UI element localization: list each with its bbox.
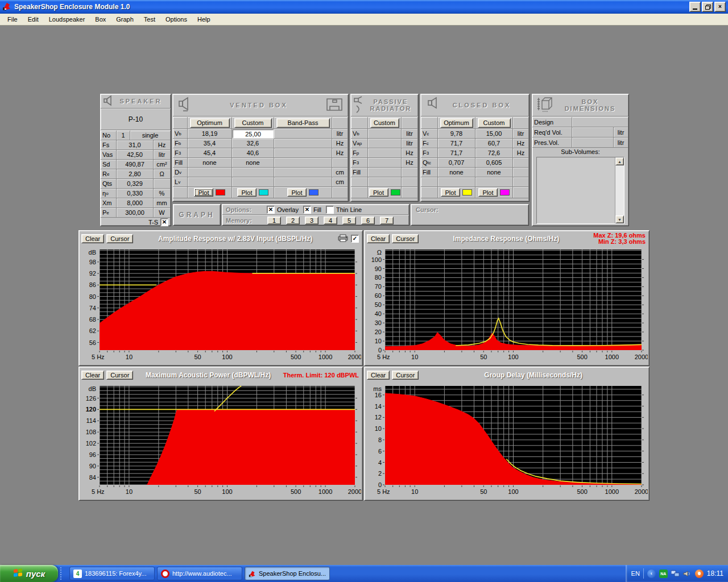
dimension-label: Design — [532, 117, 572, 127]
print-checkbox[interactable]: ✓ — [351, 235, 359, 243]
menu-item-box[interactable]: Box — [90, 14, 111, 24]
speaker-model[interactable]: P-10 — [101, 109, 171, 131]
dimension-value[interactable] — [572, 117, 628, 127]
plot-button[interactable]: Plot — [287, 188, 307, 197]
taskbar-divider — [60, 567, 65, 580]
svg-text:500: 500 — [577, 354, 587, 360]
scroll-up-button[interactable]: ▲ — [615, 157, 624, 165]
thin-line-checkbox[interactable] — [326, 206, 334, 214]
system-tray: EN ‹ NA 18:11 — [626, 565, 728, 582]
svg-text:1000: 1000 — [318, 488, 332, 495]
cursor-button[interactable]: Cursor — [106, 234, 133, 243]
memory-button-1[interactable]: 1 — [267, 217, 281, 225]
cursor-button[interactable]: Cursor — [392, 371, 419, 380]
plot-button[interactable]: Plot — [369, 188, 388, 197]
dimension-value[interactable] — [572, 138, 614, 148]
power-plot-area[interactable]: 126120114108102969084dB5 Hz1050100500100… — [80, 381, 361, 498]
column-button-bandpass[interactable]: Band-Pass — [276, 118, 330, 128]
param-unit: cm — [332, 168, 348, 177]
cursor-button[interactable]: Cursor — [106, 371, 133, 380]
memory-button-4[interactable]: 4 — [324, 217, 337, 225]
plot-button[interactable]: Plot — [478, 188, 498, 197]
scroll-down-button[interactable]: ▼ — [615, 215, 624, 223]
ts-checkbox[interactable]: ✕ — [160, 218, 168, 226]
menu-item-test[interactable]: Test — [139, 14, 160, 24]
dimension-row: Design — [532, 117, 628, 127]
svg-text:100: 100 — [508, 354, 518, 360]
collapse-icon[interactable]: ‹ — [647, 569, 656, 578]
column-button-custom[interactable]: Custom — [370, 118, 399, 128]
param-unit — [332, 158, 348, 168]
plot-cell: Plot — [475, 187, 513, 198]
network-icon[interactable] — [671, 569, 680, 578]
param-value: none — [438, 168, 475, 177]
antivirus-icon[interactable]: NA — [659, 569, 668, 578]
volume-icon[interactable] — [683, 569, 692, 578]
plot-button[interactable]: Plot — [237, 188, 257, 197]
menu-item-file[interactable]: File — [2, 14, 23, 24]
sub-volumes-listbox[interactable]: ▲ ▼ — [536, 157, 624, 224]
column-cell: Custom — [475, 117, 513, 129]
impedance-chart-header: Clear Cursor Impedance Response (Ohms/Hz… — [366, 232, 648, 245]
corner-cell — [351, 117, 368, 129]
plot-button[interactable]: Plot — [194, 188, 213, 197]
svg-text:14: 14 — [375, 403, 382, 410]
clear-button[interactable]: Clear — [367, 371, 390, 380]
fill-checkbox[interactable]: ✕ — [303, 206, 311, 214]
memory-button-5[interactable]: 5 — [342, 217, 356, 225]
svg-text:30: 30 — [375, 319, 382, 326]
task-button[interactable]: 4183696115: Forex4y... — [69, 567, 155, 580]
restore-button[interactable] — [702, 2, 713, 12]
svg-text:10: 10 — [126, 354, 133, 360]
menu-item-loudspeaker[interactable]: Loudspeaker — [44, 14, 90, 24]
overlay-checkbox[interactable]: ✕ — [267, 206, 275, 214]
sub-volumes-scrollbar[interactable]: ▲ ▼ — [615, 157, 624, 223]
column-button-custom[interactable]: Custom — [478, 118, 511, 128]
menu-item-help[interactable]: Help — [192, 14, 216, 24]
clear-button[interactable]: Clear — [81, 234, 104, 243]
start-button[interactable]: пуск — [0, 565, 58, 582]
clock[interactable]: 18:11 — [707, 569, 723, 577]
vented-box-panel: VENTED BOX OptimumCustomBand-PassVb18,19… — [172, 94, 349, 202]
impedance-plot-area[interactable]: 1009080706050403020100Ω5 Hz1050100500100… — [366, 245, 648, 364]
titlebar[interactable]: SpeakerShop Enclosure Module 1.0 × — [0, 0, 728, 14]
task-button[interactable]: http://www.audiotec... — [157, 567, 242, 580]
table-row: FpHz — [351, 148, 418, 158]
cursor-button[interactable]: Cursor — [392, 234, 419, 243]
column-button-custom[interactable]: Custom — [234, 118, 272, 128]
close-button[interactable]: × — [714, 2, 726, 12]
speaker-icon — [103, 95, 113, 107]
dimension-unit: litr — [614, 138, 628, 148]
svg-text:80: 80 — [89, 293, 96, 300]
opera-tray-icon[interactable] — [695, 569, 704, 578]
plot-button[interactable]: Plot — [441, 188, 460, 197]
speaker-row: Xm8,000mm — [101, 198, 171, 208]
menu-item-edit[interactable]: Edit — [23, 14, 44, 24]
dimension-value[interactable] — [572, 127, 614, 138]
memory-button-7[interactable]: 7 — [380, 217, 394, 225]
language-indicator[interactable]: EN — [631, 570, 640, 577]
opera-tray-inner — [698, 572, 701, 575]
memory-button-3[interactable]: 3 — [305, 217, 318, 225]
param-label: Fs — [101, 140, 117, 150]
amplitude-plot-area[interactable]: 9892868074686256dB5 Hz105010050010002000 — [80, 245, 361, 364]
menu-item-graph[interactable]: Graph — [111, 14, 139, 24]
delay-plot-area[interactable]: 1614121086420ms5 Hz105010050010002000 — [366, 381, 648, 498]
printer-icon[interactable] — [337, 234, 349, 243]
menu-item-options[interactable]: Options — [160, 14, 192, 24]
column-button-optimum[interactable]: Optimum — [190, 118, 230, 128]
memory-button-6[interactable]: 6 — [361, 217, 375, 225]
param-value-editable[interactable]: 25,00 — [233, 130, 274, 138]
table-row: F371,772,6Hz — [421, 148, 529, 158]
clear-button[interactable]: Clear — [81, 371, 104, 380]
task-button[interactable]: SpeakerShop Enclosu... — [245, 567, 330, 580]
column-button-optimum[interactable]: Optimum — [440, 118, 473, 128]
minimize-button[interactable] — [689, 2, 701, 12]
clear-button[interactable]: Clear — [367, 234, 390, 243]
svg-text:5 Hz: 5 Hz — [377, 354, 390, 360]
options-label: Options: — [226, 206, 259, 213]
param-label: Fb — [173, 139, 188, 148]
memory-button-2[interactable]: 2 — [286, 217, 300, 225]
param-label: Dv — [173, 168, 188, 177]
option-overlay: ✕Overlay — [267, 206, 299, 214]
